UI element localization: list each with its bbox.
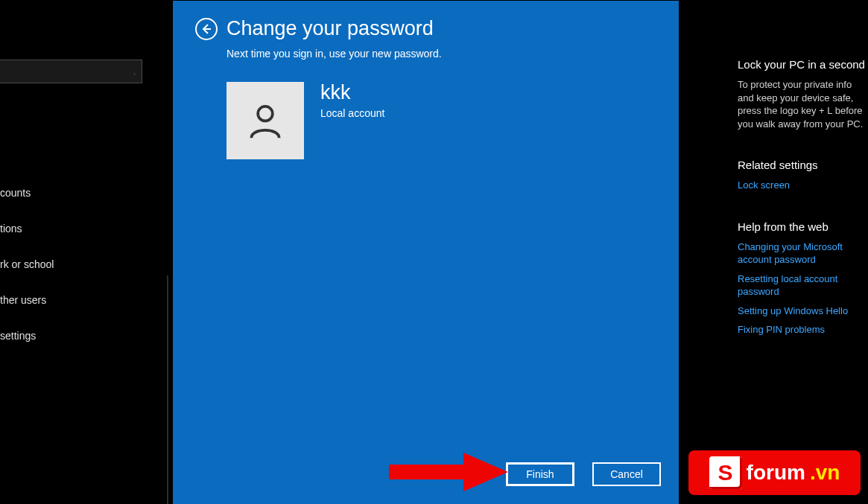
- dialog-header: Change your password: [195, 17, 656, 40]
- lock-screen-link[interactable]: Lock screen: [738, 179, 868, 192]
- related-heading: Related settings: [738, 159, 868, 171]
- watermark-badge: S: [709, 456, 742, 489]
- lock-heading: Lock your PC in a second: [738, 58, 868, 71]
- sidebar-item-options[interactable]: tions: [0, 211, 145, 246]
- sidebar: counts tions rk or school ther users set…: [0, 0, 145, 504]
- help-link-hello[interactable]: Setting up Windows Hello: [738, 304, 868, 318]
- search-input[interactable]: [3, 66, 133, 77]
- account-type: Local account: [320, 107, 384, 119]
- content-divider: [167, 275, 168, 504]
- back-button[interactable]: [195, 18, 218, 40]
- person-icon: [244, 100, 286, 141]
- help-link-change-ms-pw[interactable]: Changing your Microsoft account password: [738, 240, 868, 267]
- finish-button[interactable]: Finish: [506, 462, 574, 486]
- cancel-button[interactable]: Cancel: [592, 462, 661, 486]
- help-link-pin[interactable]: Fixing PIN problems: [738, 323, 868, 336]
- back-arrow-icon: [200, 23, 212, 35]
- watermark-text: forum: [747, 461, 805, 485]
- lock-body: To protect your private info and keep yo…: [738, 78, 868, 130]
- sidebar-item-accounts[interactable]: counts: [0, 175, 145, 211]
- watermark-logo: S forum.vn: [688, 450, 861, 495]
- sidebar-item-other-users[interactable]: ther users: [0, 282, 145, 318]
- sidebar-item-sync-settings[interactable]: settings: [0, 318, 145, 354]
- dialog-title: Change your password: [226, 17, 434, 40]
- dialog-buttons: Finish Cancel: [506, 462, 661, 486]
- account-name: kkk: [320, 82, 384, 104]
- account-text: kkk Local account: [320, 82, 384, 119]
- help-heading: Help from the web: [738, 220, 868, 233]
- svg-line-1: [135, 74, 136, 75]
- svg-point-3: [258, 106, 273, 121]
- avatar: [226, 82, 304, 159]
- change-password-dialog: Change your password Next time you sign …: [173, 1, 679, 504]
- sidebar-item-work-school[interactable]: rk or school: [0, 246, 145, 282]
- account-row: kkk Local account: [226, 82, 656, 159]
- dialog-subtitle: Next time you sign in, use your new pass…: [226, 48, 656, 60]
- svg-point-0: [133, 73, 135, 74]
- help-link-reset-local[interactable]: Resetting local account password: [738, 272, 868, 299]
- watermark-tld: .vn: [810, 461, 840, 485]
- sidebar-nav: counts tions rk or school ther users set…: [0, 175, 145, 354]
- search-icon: [133, 66, 136, 77]
- right-column: Lock your PC in a second To protect your…: [738, 0, 868, 504]
- search-box[interactable]: [0, 60, 142, 83]
